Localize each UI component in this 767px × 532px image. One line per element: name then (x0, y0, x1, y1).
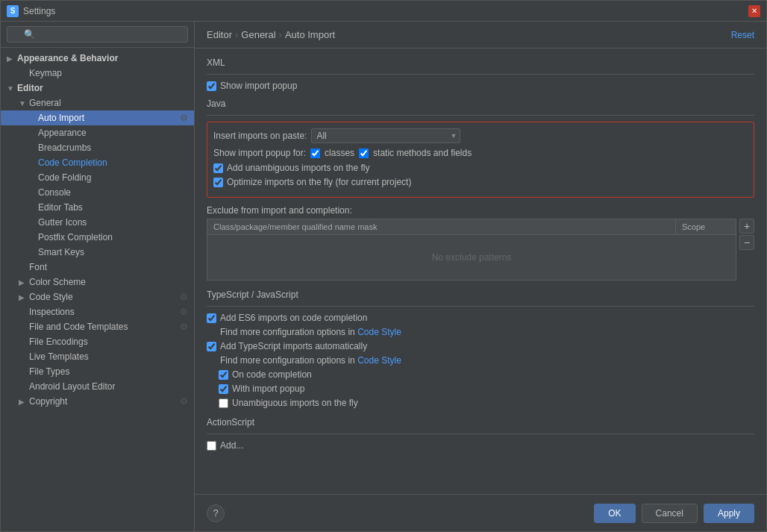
sidebar-label: Copyright (29, 396, 67, 407)
sidebar-item-file-encodings[interactable]: ▶ File Encodings (1, 334, 194, 349)
help-button[interactable]: ? (207, 504, 225, 522)
xml-show-import-label: Show import popup (220, 81, 297, 91)
sidebar: 🔍 ▶ Appearance & Behavior ▶ Keymap ▼ (1, 22, 195, 531)
java-optimize-checkbox[interactable] (213, 178, 223, 187)
sidebar-item-keymap[interactable]: ▶ Keymap (1, 66, 194, 81)
ts-unambiguous-checkbox[interactable] (219, 398, 228, 408)
sidebar-item-auto-import[interactable]: ▶ Auto Import ⚙ (1, 110, 194, 125)
xml-show-import-popup-checkbox[interactable] (207, 81, 216, 91)
sidebar-label: Color Scheme (29, 277, 86, 287)
breadcrumb-part-2: General (241, 29, 275, 40)
exclude-label: Exclude from import and completion: (207, 205, 754, 216)
sidebar-item-general[interactable]: ▼ General (1, 96, 194, 110)
ts-on-completion-checkbox[interactable] (219, 370, 228, 380)
sidebar-label: Breadcrumbs (38, 143, 91, 153)
gear-icon: ⚙ (180, 307, 188, 317)
arrow-icon: ▼ (19, 99, 28, 107)
close-button[interactable]: ✕ (748, 5, 760, 17)
window-title: Settings (23, 6, 748, 16)
sidebar-item-code-completion[interactable]: ▶ Code Completion (1, 155, 194, 170)
sidebar-item-file-types[interactable]: ▶ File Types (1, 364, 194, 379)
apply-button[interactable]: Apply (704, 504, 754, 523)
sidebar-item-android-layout-editor[interactable]: ▶ Android Layout Editor (1, 379, 194, 394)
titlebar: S Settings ✕ (1, 1, 766, 22)
sidebar-item-font[interactable]: ▶ Font (1, 260, 194, 275)
ts-find-more-2-text: Find more configuration options in (220, 355, 355, 366)
sidebar-item-appearance-behavior[interactable]: ▶ Appearance & Behavior (1, 51, 194, 66)
sidebar-item-live-templates[interactable]: ▶ Live Templates (1, 349, 194, 364)
ts-find-more-2: Find more configuration options in Code … (207, 355, 754, 366)
remove-exclude-button[interactable]: − (739, 235, 754, 250)
add-exclude-button[interactable]: + (739, 219, 754, 234)
sidebar-item-smart-keys[interactable]: ▶ Smart Keys (1, 245, 194, 260)
sidebar-label: Console (38, 187, 71, 198)
panel-content: XML Show import popup Java Insert import… (195, 48, 766, 494)
exclude-section: Exclude from import and completion: Clas… (207, 205, 754, 281)
exclude-table-wrap: Class/package/member qualified name mask… (207, 219, 754, 281)
sidebar-label: Auto Import (38, 113, 84, 123)
sidebar-item-editor-tabs[interactable]: ▶ Editor Tabs (1, 200, 194, 215)
breadcrumb: Editor › General › Auto Import (207, 29, 335, 40)
sidebar-label: Code Style (29, 292, 73, 302)
sidebar-item-editor[interactable]: ▼ Editor (1, 81, 194, 96)
ok-button[interactable]: OK (594, 504, 635, 523)
insert-imports-select[interactable]: All Ask None (311, 128, 460, 143)
add-ts-row: Add TypeScript imports automatically (207, 341, 754, 351)
sidebar-label: Editor (17, 83, 43, 93)
arrow-icon: ▶ (19, 293, 28, 301)
ts-es6-label: Add ES6 imports on code completion (220, 313, 367, 323)
actionscript-section-title: ActionScript (207, 417, 754, 428)
java-classes-label: classes (325, 148, 354, 158)
ts-auto-checkbox[interactable] (207, 342, 216, 351)
ts-code-style-link-2[interactable]: Code Style (357, 355, 401, 366)
ts-find-more-1-text: Find more configuration options in (220, 327, 355, 337)
java-static-checkbox[interactable] (359, 148, 369, 158)
sidebar-item-copyright[interactable]: ▶ Copyright ⚙ (1, 394, 194, 409)
ts-on-completion-label: On code completion (232, 369, 312, 380)
main-content-area: 🔍 ▶ Appearance & Behavior ▶ Keymap ▼ (1, 22, 766, 531)
ts-with-import-checkbox[interactable] (219, 384, 228, 394)
java-unambiguous-checkbox[interactable] (213, 163, 223, 173)
actionscript-partial: Add... (207, 440, 754, 451)
sidebar-item-gutter-icons[interactable]: ▶ Gutter Icons (1, 215, 194, 230)
sidebar-item-code-folding[interactable]: ▶ Code Folding (1, 170, 194, 185)
add-es6-row: Add ES6 imports on code completion (207, 313, 754, 323)
breadcrumb-part-3: Auto Import (285, 29, 335, 40)
ts-unambiguous-row: Unambiguous imports on the fly (207, 398, 754, 408)
sidebar-item-appearance[interactable]: ▶ Appearance (1, 125, 194, 140)
sidebar-item-inspections[interactable]: ▶ Inspections ⚙ (1, 304, 194, 319)
sidebar-label: Inspections (29, 307, 75, 317)
sidebar-item-file-and-code-templates[interactable]: ▶ File and Code Templates ⚙ (1, 319, 194, 334)
search-input[interactable] (7, 26, 188, 43)
insert-imports-label: Insert imports on paste: (213, 131, 307, 141)
ts-code-style-link-1[interactable]: Code Style (357, 327, 401, 337)
actionscript-section: ActionScript Add... (207, 417, 754, 451)
java-classes-checkbox[interactable] (310, 148, 320, 158)
sidebar-item-console[interactable]: ▶ Console (1, 185, 194, 200)
sidebar-item-postfix-completion[interactable]: ▶ Postfix Completion (1, 230, 194, 245)
sidebar-label: Editor Tabs (38, 202, 83, 213)
exclude-col-name: Class/package/member qualified name mask (207, 219, 676, 234)
insert-imports-row: Insert imports on paste: All Ask None ▼ (213, 128, 748, 143)
arrow-icon: ▼ (7, 84, 16, 93)
sidebar-label: File Encodings (29, 337, 88, 347)
cancel-button[interactable]: Cancel (642, 504, 698, 523)
show-import-popup-for-label: Show import popup for: (213, 148, 306, 158)
actionscript-checkbox[interactable] (207, 441, 216, 451)
optimize-imports-row: Optimize imports on the fly (for current… (213, 177, 748, 187)
sidebar-label: Code Completion (38, 157, 107, 168)
settings-window: S Settings ✕ 🔍 ▶ Appearance & Behavior (0, 0, 767, 532)
ts-es6-checkbox[interactable] (207, 313, 216, 323)
sidebar-item-color-scheme[interactable]: ▶ Color Scheme (1, 275, 194, 290)
exclude-table-buttons: + − (739, 219, 754, 281)
arrow-icon: ▶ (19, 398, 28, 406)
java-static-label: static methods and fields (373, 148, 472, 158)
sidebar-item-code-style[interactable]: ▶ Code Style ⚙ (1, 290, 194, 304)
gear-icon: ⚙ (180, 322, 188, 332)
app-icon: S (7, 5, 19, 17)
java-unambiguous-label: Add unambiguous imports on the fly (227, 163, 369, 173)
sidebar-label: Gutter Icons (38, 217, 87, 228)
reset-button[interactable]: Reset (731, 30, 754, 40)
sidebar-item-breadcrumbs[interactable]: ▶ Breadcrumbs (1, 140, 194, 155)
sidebar-label: Font (29, 262, 47, 272)
